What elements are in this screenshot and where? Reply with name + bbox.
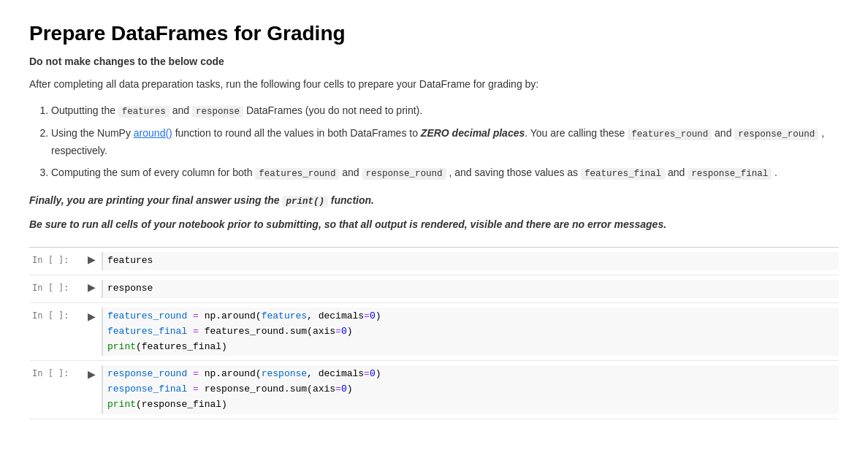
response-final-code-1: response_final	[688, 168, 772, 180]
list-item-1: Outputting the features and response Dat…	[51, 102, 839, 120]
features-round-code-2: features_round	[255, 168, 339, 180]
cell-2-label: In [ ]:	[29, 280, 88, 293]
list-item-2-text: Using the NumPy around() function to rou…	[51, 127, 824, 156]
response-code: response	[192, 106, 243, 118]
cell-4-label: In [ ]:	[29, 365, 88, 378]
response-round-code-1: response_round	[734, 129, 818, 140]
cell-1-code-text: features	[107, 255, 153, 266]
warning-note: Be sure to run all cells of your noteboo…	[29, 216, 839, 232]
zero-decimal-emphasis: ZERO decimal places	[421, 127, 525, 139]
cell-1-label: In [ ]:	[29, 252, 88, 265]
intro-text: After completing all data preparation ta…	[29, 76, 839, 92]
response-round-code-2: response_round	[362, 168, 446, 180]
list-item-2: Using the NumPy around() function to rou…	[51, 125, 839, 160]
cell-4-code[interactable]: response_round = np.around(response, dec…	[102, 365, 839, 413]
cell-4-line-3: print(response_final)	[107, 397, 834, 413]
cell-3: In [ ]: ▶ features_round = np.around(fea…	[29, 303, 839, 361]
list-item-1-text: Outputting the features and response Dat…	[51, 104, 422, 116]
notebook-area: In [ ]: ▶ features In [ ]: ▶ response In…	[29, 247, 839, 419]
cell-2-run-button[interactable]: ▶	[88, 280, 96, 293]
cell-3-label: In [ ]:	[29, 308, 88, 321]
cell-4-line-2: response_final = response_round.sum(axis…	[107, 382, 834, 397]
around-link[interactable]: around()	[134, 127, 172, 139]
list-item-3-text: Computing the sum of every column for bo…	[51, 167, 777, 178]
cell-1: In [ ]: ▶ features	[29, 248, 839, 275]
cell-3-line-3: print(features_final)	[107, 340, 834, 355]
list-item-3: Computing the sum of every column for bo…	[51, 164, 839, 182]
cell-3-line-2: features_final = features_round.sum(axis…	[107, 324, 834, 340]
bold-notice: Do not make changes to the below code	[29, 56, 839, 67]
features-code: features	[118, 106, 170, 118]
cell-2-code-text: response	[107, 283, 153, 294]
features-final-code: features_final	[581, 168, 665, 180]
cell-4-line-1: response_round = np.around(response, dec…	[107, 367, 834, 382]
cell-4: In [ ]: ▶ response_round = np.around(res…	[29, 361, 839, 419]
print-func-code: print()	[282, 196, 328, 207]
italic-note: Finally, you are printing your final ans…	[29, 192, 839, 209]
cell-4-run-button[interactable]: ▶	[88, 365, 96, 380]
page-title: Prepare DataFrames for Grading	[29, 22, 839, 45]
cell-1-run-button[interactable]: ▶	[88, 252, 96, 265]
cell-2-code[interactable]: response	[102, 280, 839, 298]
cell-3-run-button[interactable]: ▶	[88, 308, 96, 322]
cell-3-line-1: features_round = np.around(features, dec…	[107, 309, 834, 324]
cell-2: In [ ]: ▶ response	[29, 275, 839, 303]
cell-3-code[interactable]: features_round = np.around(features, dec…	[102, 308, 839, 356]
features-round-code-1: features_round	[628, 129, 712, 140]
cell-1-code[interactable]: features	[102, 252, 839, 270]
instruction-list: Outputting the features and response Dat…	[51, 102, 839, 182]
